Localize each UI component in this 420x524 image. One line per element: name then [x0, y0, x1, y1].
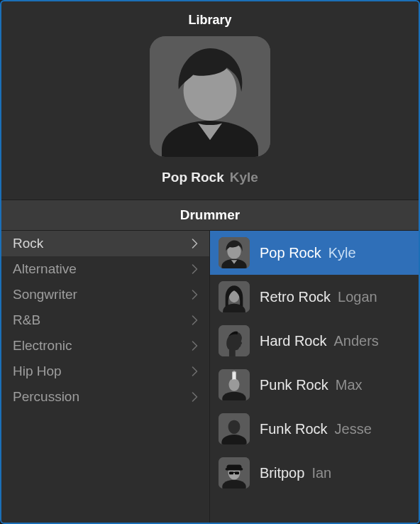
drummer-label: Britpop Ian: [260, 465, 331, 481]
drummer-preview-name: Kyle: [230, 170, 258, 185]
library-header: Library: [1, 1, 419, 36]
chevron-right-icon: [192, 392, 198, 402]
genre-item-rnb[interactable]: R&B: [1, 307, 209, 333]
avatar: [219, 413, 250, 444]
avatar: [219, 369, 250, 400]
genre-item-rock[interactable]: Rock: [1, 231, 209, 256]
drummer-item-logan[interactable]: Retro Rock Logan: [210, 275, 419, 319]
chevron-right-icon: [192, 341, 198, 351]
browser-columns: Rock Alternative Songwriter R&B Electron…: [1, 231, 419, 523]
avatar: [219, 237, 250, 268]
drummer-label: Punk Rock Max: [260, 377, 363, 393]
genre-item-percussion[interactable]: Percussion: [1, 384, 209, 410]
drummer-preview: Pop RockKyle: [1, 36, 419, 200]
drummer-label: Pop Rock Kyle: [260, 245, 356, 261]
chevron-right-icon: [192, 264, 198, 274]
genre-item-hiphop[interactable]: Hip Hop: [1, 359, 209, 384]
chevron-right-icon: [192, 315, 198, 325]
genre-label: Electronic: [13, 338, 72, 354]
genre-list: Rock Alternative Songwriter R&B Electron…: [1, 231, 210, 523]
drummer-item-anders[interactable]: Hard Rock Anders: [210, 319, 419, 363]
avatar: [219, 457, 250, 488]
drummer-label: Hard Rock Anders: [260, 333, 379, 349]
drummer-item-jesse[interactable]: Funk Rock Jesse: [210, 407, 419, 451]
drummer-item-max[interactable]: Punk Rock Max: [210, 363, 419, 407]
genre-label: Hip Hop: [13, 364, 62, 379]
drummer-preview-avatar: [150, 36, 270, 157]
drummer-list: Pop Rock Kyle Retro Rock Logan Hard Rock…: [210, 231, 419, 523]
chevron-right-icon: [192, 290, 198, 300]
genre-label: R&B: [13, 312, 40, 328]
genre-item-songwriter[interactable]: Songwriter: [1, 282, 209, 307]
drummer-label: Retro Rock Logan: [260, 289, 377, 305]
library-panel: Library Pop RockKyle Drummer Rock Altern…: [0, 0, 420, 524]
library-title: Library: [1, 13, 419, 28]
drummer-item-kyle[interactable]: Pop Rock Kyle: [210, 231, 419, 275]
drummer-preview-label: Pop RockKyle: [162, 170, 258, 185]
genre-label: Alternative: [13, 261, 77, 277]
avatar: [219, 325, 250, 356]
genre-label: Percussion: [13, 389, 79, 405]
avatar: [219, 281, 250, 312]
drummer-item-ian[interactable]: Britpop Ian: [210, 451, 419, 495]
genre-label: Songwriter: [13, 287, 77, 302]
chevron-right-icon: [192, 239, 198, 249]
genre-item-electronic[interactable]: Electronic: [1, 333, 209, 359]
genre-item-alternative[interactable]: Alternative: [1, 256, 209, 282]
section-title: Drummer: [1, 207, 419, 223]
chevron-right-icon: [192, 366, 198, 376]
genre-label: Rock: [13, 236, 43, 251]
drummer-preview-style: Pop Rock: [162, 170, 224, 185]
section-header: Drummer: [1, 200, 419, 231]
drummer-label: Funk Rock Jesse: [260, 421, 372, 437]
